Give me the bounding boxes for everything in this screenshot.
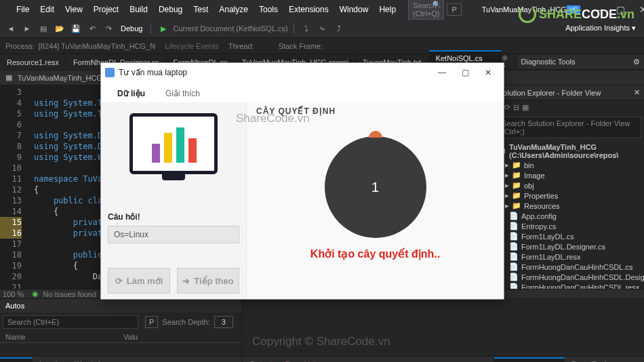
nav-back-button[interactable]: ◄ xyxy=(4,22,18,35)
menu-edit[interactable]: Edit xyxy=(35,2,60,17)
sync-icon[interactable]: ⟳ xyxy=(504,103,510,112)
file-formhuongdancauhinhcsdl-cs[interactable]: 📄FormHuongDanCauHinhCSDL.cs xyxy=(494,262,644,272)
next-button[interactable]: ➜Tiếp theo xyxy=(177,268,239,294)
tree-root[interactable]: 📁TuVanMuaMayTinh_HCG (C:\Users\Admin\sou… xyxy=(494,142,644,160)
menu-window[interactable]: Window xyxy=(334,2,374,17)
lifecycle-dropdown[interactable]: Lifecycle Events xyxy=(165,42,218,50)
file-app-config[interactable]: 📄App.config xyxy=(494,211,644,221)
output-panel xyxy=(242,299,644,356)
step-out-button[interactable]: ⤴ xyxy=(332,22,346,35)
folder-obj[interactable]: ▸📁obj xyxy=(494,180,644,190)
tab-explain[interactable]: Giải thích xyxy=(156,85,209,102)
dialog-tabs: Dữ liệu Giải thích xyxy=(101,82,504,102)
dialog-titlebar: Tư vấn mua laptop — ▢ ✕ xyxy=(101,63,504,82)
redo-button[interactable]: ↷ xyxy=(102,22,115,35)
step-over-button[interactable]: ⤵ xyxy=(300,22,313,35)
question-label: Câu hỏi! xyxy=(108,212,239,222)
bottom-panels: Autos Search (Ctrl+E) P Search Depth: 3 … xyxy=(0,298,644,356)
autos-search-input[interactable]: Search (Ctrl+E) xyxy=(3,315,138,329)
solution-explorer-pane: Solution Explorer - Folder View✕ ⌂⟳⊟▦ Se… xyxy=(494,85,644,289)
laptop-advisor-window: Tư vấn mua laptop — ▢ ✕ Dữ liệu Giải thí… xyxy=(100,62,504,300)
dialog-right-panel: CÂY QUYẾT ĐỊNH 1 Khởi tạo cây quyết định… xyxy=(247,102,504,299)
col-name[interactable]: Name xyxy=(3,333,121,341)
menu-extensions[interactable]: Extensions xyxy=(283,2,334,17)
continue-button[interactable]: ▶ xyxy=(157,22,170,35)
pane-close-icon[interactable]: ✕ xyxy=(634,88,640,97)
bottom-tab-row: Autos Locals Watch 1 Output Error List S… xyxy=(0,356,644,362)
tab-autos[interactable]: Autos xyxy=(0,357,33,363)
file-entropy-cs[interactable]: 📄Entropy.cs xyxy=(494,221,644,231)
tab-locals[interactable]: Locals xyxy=(33,358,68,363)
folder-image[interactable]: ▸📁Image xyxy=(494,170,644,180)
logo-text-a: SHARE xyxy=(539,7,582,22)
file-formhuongdancauhinhcsdl-designer-cs[interactable]: 📄FormHuongDanCauHinhCSDL.Designer.cs xyxy=(494,272,644,282)
menu-build[interactable]: Build xyxy=(124,2,153,17)
nav-fwd-button[interactable]: ► xyxy=(20,22,34,35)
menu-help[interactable]: Help xyxy=(374,2,401,17)
menu-project[interactable]: Project xyxy=(88,2,124,17)
file-formhuongdancauhinhcsdl-resx[interactable]: 📄FormHuongDanCauHinhCSDL.resx xyxy=(494,282,644,289)
refresh-icon: ⟳ xyxy=(115,276,123,286)
folder-resources[interactable]: ▸📁Resources xyxy=(494,201,644,211)
crumb-nsp-icon: ▦ xyxy=(5,73,12,82)
collapse-icon[interactable]: ⊟ xyxy=(513,103,519,112)
menu-test[interactable]: Test xyxy=(188,2,214,17)
monitor-illustration xyxy=(126,113,221,195)
dialog-app-icon xyxy=(105,68,115,77)
col-value[interactable]: Valu xyxy=(121,333,239,341)
search-shortcut-badge: P xyxy=(447,3,461,16)
tab-data[interactable]: Dữ liệu xyxy=(108,85,155,102)
solution-tree[interactable]: 📁TuVanMuaMayTinh_HCG (C:\Users\Admin\sou… xyxy=(494,141,644,289)
diag-settings-icon[interactable]: ⚙ xyxy=(633,58,640,66)
tab-resource1[interactable]: Resource1.resx xyxy=(0,56,66,69)
stack-frame-label: Stack Frame: xyxy=(279,42,323,50)
line-gutter: 3456789101112131415161718192021222324252… xyxy=(0,85,27,289)
dialog-maximize-button[interactable]: ▢ xyxy=(454,68,477,77)
tab-output[interactable]: Output xyxy=(243,358,279,363)
folder-bin[interactable]: ▸📁bin xyxy=(494,160,644,170)
dialog-title: Tư vấn mua laptop xyxy=(119,68,187,77)
process-dropdown[interactable]: [8244] TuVanMuaMayTinh_HCG_N xyxy=(39,42,155,50)
doc-scope[interactable]: Current Document (KetNoiSQL.cs) xyxy=(173,24,287,33)
sol-search-input[interactable]: Search Solution Explorer - Folder View (… xyxy=(497,117,641,138)
sol-exp-title: Solution Explorer - Folder View xyxy=(498,89,634,97)
open-button[interactable]: 📂 xyxy=(53,22,66,35)
save-button[interactable]: 💾 xyxy=(69,22,83,35)
dialog-minimize-button[interactable]: — xyxy=(430,68,454,77)
decision-tree-node: 1 xyxy=(325,136,426,238)
menu-tools[interactable]: Tools xyxy=(254,2,283,17)
refresh-button[interactable]: ⟳Làm mới xyxy=(108,268,170,294)
file-form1laydl-cs[interactable]: 📄Form1LayDL.cs xyxy=(494,231,644,241)
zoom-level[interactable]: 100 % xyxy=(3,290,24,298)
tab-team-explorer[interactable]: Team Explorer xyxy=(565,358,626,363)
menu-analyze[interactable]: Analyze xyxy=(214,2,254,17)
process-label: Process: xyxy=(5,42,35,50)
diag-title: Diagnostic Tools xyxy=(521,58,633,66)
logo-ring-icon xyxy=(519,5,536,23)
search-depth-dropdown[interactable]: 3 xyxy=(214,316,233,328)
autos-search-scope: P xyxy=(145,316,158,328)
folder-properties[interactable]: ▸📁Properties xyxy=(494,190,644,201)
no-issues-text: No issues found xyxy=(43,290,96,298)
undo-button[interactable]: ↶ xyxy=(85,22,99,35)
file-form1laydl-designer-cs[interactable]: 📄Form1LayDL.Designer.cs xyxy=(494,241,644,252)
show-all-icon[interactable]: ▦ xyxy=(522,103,529,112)
menu-file[interactable]: File xyxy=(11,2,35,17)
step-into-button[interactable]: ⤷ xyxy=(316,22,329,35)
debug-config-dropdown[interactable]: Debug xyxy=(118,24,145,33)
tab-solution-explorer[interactable]: Solution Explorer xyxy=(494,357,565,363)
dialog-close-button[interactable]: ✕ xyxy=(477,68,500,77)
next-icon: ➜ xyxy=(182,276,190,286)
menu-debug[interactable]: Debug xyxy=(153,2,188,17)
quick-search-input[interactable]: Search (Ctrl+Q) xyxy=(408,0,444,20)
new-button[interactable]: ▤ xyxy=(37,22,50,35)
sharecode-logo: SHARECODE.vn xyxy=(519,3,635,25)
menu-view[interactable]: View xyxy=(60,2,88,17)
crumb-project[interactable]: TuVanMuaMayTinh_HCG xyxy=(15,74,105,82)
file-form1laydl-resx[interactable]: 📄Form1LayDL.resx xyxy=(494,252,644,262)
question-dropdown[interactable]: Os=Linux xyxy=(108,226,239,243)
autos-title: Autos xyxy=(5,302,24,310)
autos-panel: Autos Search (Ctrl+E) P Search Depth: 3 … xyxy=(0,299,242,356)
tab-watch1[interactable]: Watch 1 xyxy=(68,358,108,363)
tab-error-list[interactable]: Error List xyxy=(279,358,323,363)
